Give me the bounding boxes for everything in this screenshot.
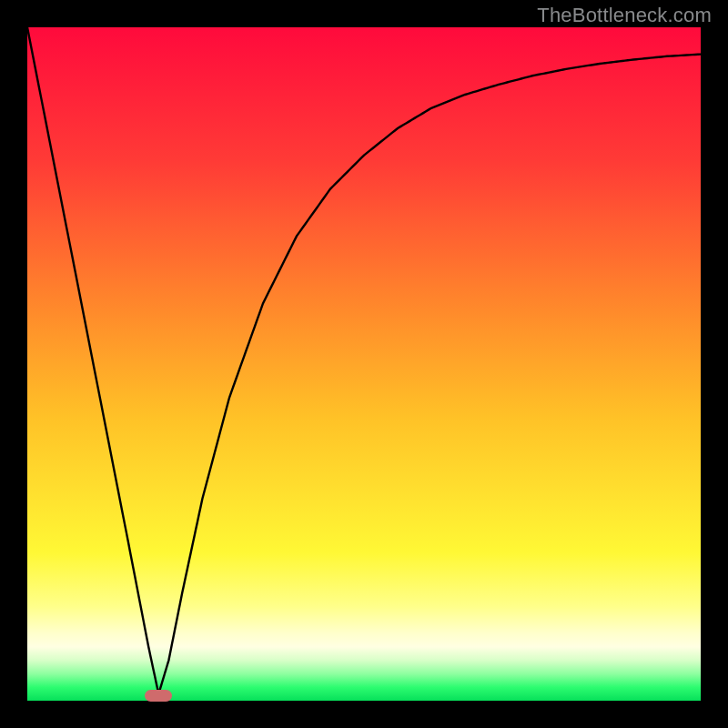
chart-frame: TheBottleneck.com [0, 0, 728, 728]
plot-area [27, 27, 701, 701]
bottleneck-curve [27, 27, 701, 694]
watermark: TheBottleneck.com [537, 4, 712, 27]
optimum-marker [145, 690, 172, 702]
curve-svg [27, 27, 701, 701]
